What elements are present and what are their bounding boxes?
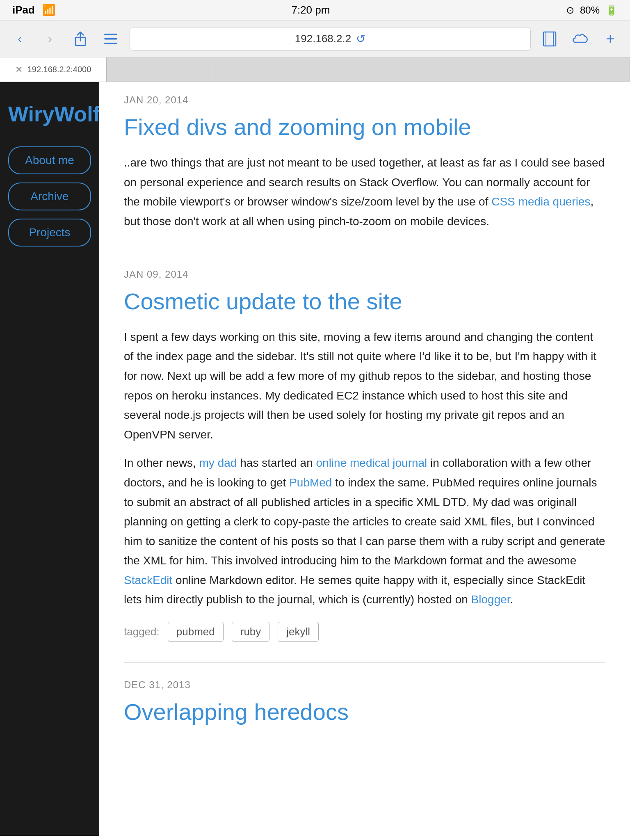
add-tab-button[interactable]: + <box>599 27 622 50</box>
wifi-icon: 📶 <box>42 4 55 16</box>
bookmarks-button[interactable] <box>538 27 561 50</box>
ipad-label: iPad <box>12 4 35 16</box>
tab-3[interactable] <box>213 57 630 82</box>
nav-archive[interactable]: Archive <box>8 183 91 210</box>
battery-display: 80% <box>580 5 600 16</box>
page-layout: WiryWolf About me Archive Projects JAN 2… <box>0 82 630 836</box>
back-button[interactable]: ‹ <box>8 27 31 50</box>
online-medical-journal-link[interactable]: online medical journal <box>316 457 427 469</box>
tab-close-icon[interactable]: ✕ <box>15 64 23 75</box>
divider-2 <box>124 662 605 663</box>
active-tab[interactable]: ✕ 192.168.2.2:4000 <box>0 57 107 82</box>
url-display: 192.168.2.2 <box>295 32 351 45</box>
css-media-queries-link[interactable]: CSS media queries <box>491 195 590 208</box>
menu-button[interactable] <box>99 27 122 50</box>
sidebar: WiryWolf About me Archive Projects <box>0 82 99 836</box>
divider-1 <box>124 252 605 252</box>
pubmed-link[interactable]: PubMed <box>289 476 332 489</box>
post-1-body: ..are two things that are just not meant… <box>124 153 605 231</box>
tab-url-label: 192.168.2.2:4000 <box>27 65 91 74</box>
post-1-date: JAN 20, 2014 <box>124 94 605 106</box>
post-3-title: Overlapping heredocs <box>124 698 605 726</box>
stackedit-link[interactable]: StackEdit <box>124 574 172 587</box>
tab-2[interactable] <box>107 57 213 82</box>
tags-label: tagged: <box>124 625 160 638</box>
screen-record-icon: ⊙ <box>566 5 574 16</box>
status-bar: iPad 📶 7:20 pm ⊙ 80% 🔋 <box>0 0 630 21</box>
post-2-body: I spent a few days working on this site,… <box>124 327 605 609</box>
cloud-button[interactable] <box>568 27 591 50</box>
nav-about-me[interactable]: About me <box>8 146 91 174</box>
post-2: JAN 09, 2014 Cosmetic update to the site… <box>124 269 605 642</box>
tag-jekyll[interactable]: jekyll <box>278 622 319 642</box>
main-content: JAN 20, 2014 Fixed divs and zooming on m… <box>99 82 630 836</box>
tag-ruby[interactable]: ruby <box>232 622 270 642</box>
svg-rect-2 <box>104 34 117 35</box>
post-2-date: JAN 09, 2014 <box>124 269 605 280</box>
svg-rect-3 <box>104 38 117 40</box>
tab-bar: ✕ 192.168.2.2:4000 <box>0 57 630 82</box>
tags-row: tagged: pubmed ruby jekyll <box>124 622 605 642</box>
post-2-p1: I spent a few days working on this site,… <box>124 327 605 445</box>
address-bar[interactable]: 192.168.2.2 ↺ <box>130 27 531 51</box>
site-title: WiryWolf <box>8 103 91 126</box>
my-dad-link[interactable]: my dad <box>199 457 237 469</box>
post-1-paragraph: ..are two things that are just not meant… <box>124 153 605 231</box>
post-1-title: Fixed divs and zooming on mobile <box>124 113 605 141</box>
post-3-preview: DEC 31, 2013 Overlapping heredocs <box>124 679 605 726</box>
post-2-p2: In other news, my dad has started an onl… <box>124 453 605 609</box>
blogger-link[interactable]: Blogger <box>471 593 510 606</box>
post-3-date: DEC 31, 2013 <box>124 679 605 691</box>
post-2-title: Cosmetic update to the site <box>124 288 605 315</box>
post-1: JAN 20, 2014 Fixed divs and zooming on m… <box>124 94 605 231</box>
browser-toolbar: ‹ › 192.168.2.2 ↺ + <box>0 21 630 57</box>
tag-pubmed[interactable]: pubmed <box>168 622 224 642</box>
svg-rect-6 <box>546 32 553 46</box>
reload-button[interactable]: ↺ <box>356 32 365 46</box>
time-display: 7:20 pm <box>291 4 330 16</box>
forward-button[interactable]: › <box>39 27 62 50</box>
svg-rect-5 <box>543 32 556 46</box>
nav-projects[interactable]: Projects <box>8 219 91 247</box>
svg-rect-4 <box>104 43 117 44</box>
battery-icon: 🔋 <box>605 5 618 16</box>
share-button[interactable] <box>69 27 92 50</box>
